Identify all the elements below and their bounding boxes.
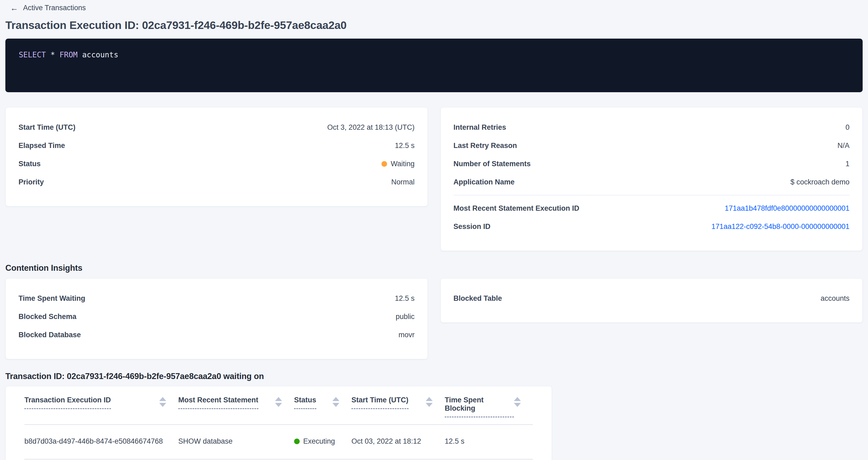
time-spent-waiting-row: Time Spent Waiting 12.5 s	[19, 289, 415, 307]
sort-desc-icon	[426, 403, 433, 407]
blocked-schema-row: Blocked Schema public	[19, 307, 415, 326]
sort-asc-icon	[426, 397, 433, 401]
priority-row: Priority Normal	[19, 173, 415, 191]
status-waiting-dot	[381, 161, 387, 167]
blocked-table-label: Blocked Table	[454, 294, 502, 303]
sort-asc-icon	[514, 397, 521, 401]
blocked-database-label: Blocked Database	[19, 331, 81, 339]
number-of-statements-value: 1	[845, 160, 849, 168]
internal-retries-label: Internal Retries	[454, 123, 506, 132]
column-header-most-recent-statement-label: Most Recent Statement	[178, 396, 258, 409]
session-id-label: Session ID	[454, 222, 491, 231]
sort-asc-icon	[159, 397, 166, 401]
session-id-link[interactable]: 171aa122-c092-54b8-0000-000000000001	[711, 222, 849, 231]
execution-attributes-card: Internal Retries 0 Last Retry Reason N/A…	[440, 107, 863, 251]
column-header-transaction-execution-id-label: Transaction Execution ID	[24, 396, 111, 409]
cell-time-spent-blocking: 12.5 s	[445, 425, 533, 459]
application-name-label: Application Name	[454, 178, 515, 186]
last-retry-reason-value: N/A	[837, 142, 849, 150]
sort-icon[interactable]	[332, 397, 339, 407]
blocked-table-row: Blocked Table accounts	[454, 289, 850, 307]
transaction-overview-card: Start Time (UTC) Oct 3, 2022 at 18:13 (U…	[5, 107, 428, 206]
sql-star: *	[51, 51, 55, 59]
sort-icon[interactable]	[514, 397, 521, 407]
sort-asc-icon	[332, 397, 339, 401]
sort-desc-icon	[275, 403, 282, 407]
table-row: b8d7d03a-d497-446b-8474-e50846674768 SHO…	[24, 425, 533, 459]
internal-retries-row: Internal Retries 0	[454, 118, 850, 136]
sort-desc-icon	[332, 403, 339, 407]
column-header-start-time-label: Start Time (UTC)	[351, 396, 408, 409]
last-retry-reason-row: Last Retry Reason N/A	[454, 136, 850, 155]
column-header-status-label: Status	[294, 396, 316, 409]
status-executing-dot	[294, 438, 300, 444]
cell-transaction-execution-id: b8d7d03a-d497-446b-8474-e50846674768	[24, 425, 178, 459]
status-value: Waiting	[381, 160, 414, 168]
transaction-details-page: ← Active Transactions Transaction Execut…	[0, 0, 868, 460]
column-header-most-recent-statement[interactable]: Most Recent Statement	[178, 396, 294, 424]
sql-table-identifier: accounts	[82, 51, 118, 59]
most-recent-statement-execution-id-label: Most Recent Statement Execution ID	[454, 204, 580, 213]
elapsed-time-value: 12.5 s	[395, 142, 415, 150]
waiting-on-table-card: Transaction Execution ID Most Recent Sta…	[5, 386, 552, 460]
sort-desc-icon	[159, 403, 166, 407]
most-recent-statement-execution-id-link[interactable]: 171aa1b478fdf0e80000000000000001	[725, 204, 850, 213]
executing-status: Executing	[294, 437, 335, 446]
blocked-table-card: Blocked Table accounts	[440, 278, 863, 323]
priority-value: Normal	[391, 178, 414, 186]
time-spent-waiting-label: Time Spent Waiting	[19, 294, 85, 303]
sql-keyword-select: SELECT	[19, 51, 46, 59]
start-time-row: Start Time (UTC) Oct 3, 2022 at 18:13 (U…	[19, 118, 415, 136]
sort-icon[interactable]	[275, 397, 282, 407]
most-recent-statement-execution-id-row: Most Recent Statement Execution ID 171aa…	[454, 199, 850, 217]
start-time-label: Start Time (UTC)	[19, 123, 75, 132]
last-retry-reason-label: Last Retry Reason	[454, 142, 517, 150]
application-name-row: Application Name $ cockroach demo	[454, 173, 850, 191]
sort-icon[interactable]	[426, 397, 433, 407]
contention-details-card: Time Spent Waiting 12.5 s Blocked Schema…	[5, 278, 428, 359]
cell-most-recent-statement: SHOW database	[178, 425, 294, 459]
application-name-value: $ cockroach demo	[790, 178, 849, 186]
sql-keyword-from: FROM	[60, 51, 78, 59]
column-header-transaction-execution-id[interactable]: Transaction Execution ID	[24, 396, 178, 424]
blocked-table-value: accounts	[820, 294, 849, 303]
column-header-start-time[interactable]: Start Time (UTC)	[351, 396, 445, 424]
sql-statement: SELECT*FROMaccounts	[19, 51, 849, 59]
blocked-schema-label: Blocked Schema	[19, 313, 76, 321]
sort-asc-icon	[275, 397, 282, 401]
contention-cards-row: Time Spent Waiting 12.5 s Blocked Schema…	[5, 278, 863, 359]
sort-icon[interactable]	[159, 397, 166, 407]
status-text: Waiting	[391, 160, 414, 168]
executing-status-text: Executing	[303, 437, 335, 446]
priority-label: Priority	[19, 178, 44, 186]
elapsed-time-row: Elapsed Time 12.5 s	[19, 136, 415, 155]
page-title: Transaction Execution ID: 02ca7931-f246-…	[5, 19, 863, 32]
back-to-active-transactions-link[interactable]: ← Active Transactions	[10, 4, 86, 12]
blocked-schema-value: public	[396, 313, 415, 321]
blocked-database-row: Blocked Database movr	[19, 326, 415, 344]
sort-desc-icon	[514, 403, 521, 407]
blocked-database-value: movr	[399, 331, 415, 339]
back-arrow-icon: ←	[10, 4, 18, 12]
number-of-statements-row: Number of Statements 1	[454, 155, 850, 173]
column-header-status[interactable]: Status	[294, 396, 351, 424]
cell-status: Executing	[294, 425, 351, 459]
start-time-value: Oct 3, 2022 at 18:13 (UTC)	[327, 123, 415, 132]
cell-start-time: Oct 03, 2022 at 18:12	[351, 425, 445, 459]
sql-statement-box: SELECT*FROMaccounts	[5, 39, 863, 92]
elapsed-time-label: Elapsed Time	[19, 142, 65, 150]
contention-insights-heading: Contention Insights	[5, 263, 863, 273]
session-id-row: Session ID 171aa122-c092-54b8-0000-00000…	[454, 217, 850, 236]
overview-cards-row: Start Time (UTC) Oct 3, 2022 at 18:13 (U…	[5, 107, 863, 251]
column-header-time-spent-blocking[interactable]: Time Spent Blocking	[445, 396, 533, 424]
column-header-time-spent-blocking-label: Time Spent Blocking	[445, 396, 514, 418]
status-row: Status Waiting	[19, 155, 415, 173]
card-divider	[454, 195, 850, 195]
status-label: Status	[19, 160, 41, 168]
time-spent-waiting-value: 12.5 s	[395, 294, 415, 303]
number-of-statements-label: Number of Statements	[454, 160, 531, 168]
internal-retries-value: 0	[845, 123, 849, 132]
waiting-on-table-header: Transaction Execution ID Most Recent Sta…	[24, 386, 533, 425]
back-link-label: Active Transactions	[23, 4, 86, 12]
waiting-on-heading: Transaction ID: 02ca7931-f246-469b-b2fe-…	[5, 371, 863, 381]
